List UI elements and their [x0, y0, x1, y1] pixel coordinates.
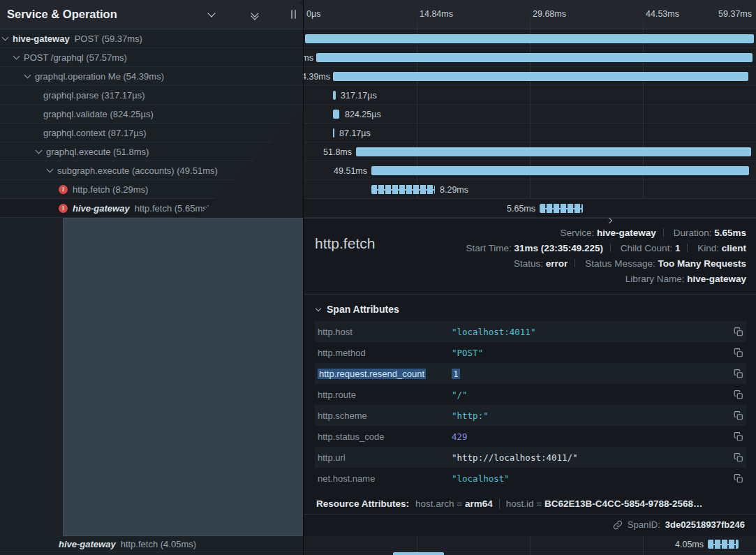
ruler-tick-label: 44.53ms — [646, 9, 679, 19]
timeline-row: 54.39ms — [304, 67, 756, 86]
span-attributes-toggle[interactable]: Span Attributes — [316, 304, 746, 315]
operation-label: graphql.validate (824.25µs) — [43, 109, 154, 119]
span-bar[interactable] — [316, 53, 753, 62]
span-meta: Service: hive-gateway Duration: 5.65ms S… — [466, 225, 746, 287]
span-tree-row[interactable]: hive-gateway http.fetch (4.05ms) — [0, 536, 304, 552]
span-bar[interactable] — [371, 185, 435, 194]
timeline-row: 57.57ms — [304, 48, 756, 67]
duration-label: 317.17µs — [341, 91, 377, 101]
meta-line: Service: hive-gateway Duration: 5.65ms — [466, 225, 746, 241]
attribute-value: "http:" — [452, 410, 725, 421]
meta-value: hive-gateway — [597, 228, 656, 238]
span-bar[interactable] — [333, 91, 336, 100]
span-bar[interactable] — [708, 540, 739, 549]
chevron-down-icon[interactable] — [13, 53, 20, 60]
copy-icon[interactable] — [725, 452, 743, 463]
attribute-key: http.scheme — [318, 410, 452, 421]
double-chevron-down-icon[interactable] — [249, 8, 261, 21]
meta-line: Start Time: 31ms (23:35:49.225) Child Co… — [466, 241, 746, 256]
copy-icon[interactable] — [725, 348, 743, 358]
meta-value: error — [546, 258, 568, 269]
span-tree-row[interactable]: graphql.validate (824.25µs) — [0, 105, 303, 124]
duration-label: 4.05ms — [675, 540, 704, 549]
error-icon — [59, 185, 68, 194]
meta-value: hive-gateway — [687, 274, 746, 284]
meta-label: Service: — [561, 228, 595, 238]
duration-label: 49.51ms — [334, 166, 367, 176]
duration-label: 87.17µs — [339, 128, 371, 138]
timeline-row: 317.17µs — [304, 86, 756, 105]
span-id-label: SpanID: — [628, 519, 660, 530]
span-tree-row-selected[interactable]: hive-gateway http.fetch (5.65ms) — [0, 199, 303, 218]
meta-line: Status: error Status Message: Too Many R… — [466, 256, 746, 272]
attribute-key: http.method — [318, 348, 452, 358]
divider — [304, 294, 756, 295]
timeline-row: 4.05ms — [304, 536, 756, 552]
operation-label: graphql.execute (51.8ms) — [46, 147, 149, 157]
span-bar[interactable] — [540, 204, 583, 213]
duration-label: 8.29ms — [440, 185, 468, 195]
meta-label: Child Count: — [621, 243, 672, 253]
copy-icon[interactable] — [725, 390, 743, 400]
operation-label: graphql.parse (317.17µs) — [43, 90, 145, 101]
attribute-value: "localhost" — [452, 473, 725, 484]
copy-icon[interactable] — [725, 369, 743, 379]
service-name: hive-gateway — [59, 539, 116, 549]
chevron-down-icon[interactable] — [47, 166, 54, 173]
span-bar[interactable] — [393, 552, 444, 555]
span-bar[interactable] — [333, 72, 748, 81]
span-tree-row[interactable]: POST /graphql (57.57ms) — [0, 48, 303, 67]
tree-header: Service & Operation — [0, 0, 303, 29]
span-bar[interactable] — [333, 128, 334, 138]
meta-value: 1 — [675, 243, 681, 253]
span-tree-row[interactable]: hive-gateway POST (59.37ms) — [0, 29, 303, 48]
copy-icon[interactable] — [725, 410, 743, 421]
attribute-value: "POST" — [452, 348, 725, 358]
span-bar[interactable] — [356, 147, 751, 156]
chevron-down-icon[interactable] — [2, 34, 9, 41]
timeline-row: 51.8ms — [304, 142, 756, 161]
resource-attributes-toggle[interactable]: Resource Attributes: host.arch = arm64 h… — [316, 498, 746, 509]
error-icon — [59, 204, 68, 213]
attribute-key: http.url — [318, 452, 452, 463]
operation-label: POST /graphql (57.57ms) — [24, 52, 127, 63]
attribute-key: net.host.name — [318, 473, 452, 484]
duration-label: 51.8ms — [323, 147, 352, 157]
link-icon[interactable] — [613, 520, 623, 530]
copy-icon[interactable] — [725, 431, 743, 442]
copy-icon[interactable] — [725, 327, 743, 337]
chevron-right-icon[interactable] — [227, 8, 239, 21]
operation-label: http.fetch (8.29ms) — [73, 184, 148, 195]
attribute-value: "http://localhost:4011/" — [452, 452, 725, 463]
span-bar[interactable] — [305, 34, 754, 43]
ruler-tick-label: 29.68ms — [533, 9, 566, 19]
copy-icon[interactable] — [725, 473, 743, 484]
timeline-row: 824.25µs — [304, 105, 756, 124]
service-name: hive-gateway — [73, 203, 130, 214]
resource-attributes-title: Resource Attributes: — [316, 498, 409, 509]
span-tree-row[interactable]: graphql.context (87.17µs) — [0, 124, 303, 142]
span-detail-footer: SpanID: 3de02518937fb246 — [304, 514, 756, 532]
attribute-value: "/" — [452, 390, 725, 400]
attribute-row: http.route "/" — [315, 384, 746, 405]
chevron-down-icon[interactable] — [24, 72, 31, 79]
attribute-row: net.host.name "localhost" — [315, 468, 746, 489]
span-bar[interactable] — [371, 166, 749, 175]
chevron-down-icon[interactable] — [205, 8, 218, 21]
meta-label: Duration: — [674, 228, 712, 238]
span-tree-row[interactable]: graphql.operation Me (54.39ms) — [0, 67, 303, 86]
span-tree-row[interactable]: graphql.parse (317.17µs) — [0, 86, 303, 105]
panel-resize-handle[interactable] — [291, 10, 296, 19]
divider — [499, 499, 500, 509]
span-bar[interactable] — [333, 110, 339, 119]
attribute-value: 429 — [452, 431, 725, 442]
duration-label: 57.57ms — [304, 53, 313, 63]
attribute-value: 1 — [452, 369, 460, 379]
chevron-down-icon[interactable] — [36, 147, 43, 154]
attribute-row: http.url "http://localhost:4011/" — [315, 447, 746, 468]
timeline-row: 8.29ms — [304, 180, 756, 199]
double-chevron-right-icon[interactable] — [270, 8, 283, 21]
attribute-key: http.route — [318, 390, 452, 400]
span-detail-panel: http.fetch Service: hive-gateway Duratio… — [304, 218, 756, 536]
ruler-tick-label: 14.84ms — [420, 9, 453, 19]
